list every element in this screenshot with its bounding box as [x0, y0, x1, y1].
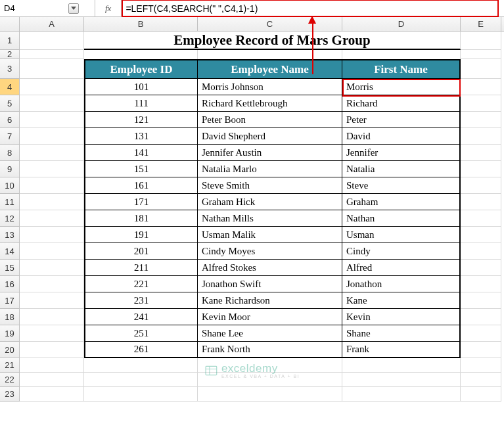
select-all-corner[interactable]	[0, 17, 20, 31]
col-header-B[interactable]: B	[84, 17, 198, 31]
cell-employee-name[interactable]: Cindy Moyes	[198, 243, 342, 260]
cell[interactable]	[20, 342, 84, 358]
cell-first-name[interactable]: Jonathon	[342, 276, 461, 292]
cell-employee-name[interactable]: Peter Boon	[198, 112, 342, 128]
cell-employee-name[interactable]: David Shepherd	[198, 128, 342, 145]
cell[interactable]	[20, 210, 84, 227]
row-header[interactable]: 22	[0, 373, 20, 387]
cell-first-name[interactable]: David	[342, 128, 461, 145]
row-header[interactable]: 14	[0, 243, 20, 260]
row-header[interactable]: 16	[0, 276, 20, 292]
cell[interactable]	[198, 387, 342, 402]
row-header[interactable]: 12	[0, 210, 20, 227]
cell-first-name[interactable]: Usman	[342, 227, 461, 243]
cell-employee-name[interactable]: Natalia Marlo	[198, 161, 342, 177]
cell[interactable]	[20, 227, 84, 243]
cell-employee-name[interactable]: Kane Richardson	[198, 292, 342, 309]
row-header[interactable]: 4	[0, 79, 20, 95]
cell-employee-name[interactable]: Graham Hick	[198, 194, 342, 210]
cell[interactable]	[461, 59, 501, 79]
cell[interactable]	[20, 32, 84, 50]
cell-employee-name[interactable]: Jennifer Austin	[198, 145, 342, 161]
cell-first-name[interactable]: Frank	[342, 342, 461, 358]
title-cell[interactable]: Employee Record of Mars Group	[84, 32, 461, 50]
cell-employee-id[interactable]: 251	[84, 325, 198, 342]
col-header-A[interactable]: A	[20, 17, 84, 31]
cell[interactable]	[461, 50, 501, 59]
cell-employee-id[interactable]: 181	[84, 210, 198, 227]
cell[interactable]	[461, 194, 501, 210]
row-header[interactable]: 11	[0, 194, 20, 210]
row-header[interactable]: 20	[0, 342, 20, 358]
cell-first-name[interactable]: Morris	[342, 79, 461, 95]
cell[interactable]	[461, 177, 501, 194]
cell[interactable]	[20, 112, 84, 128]
row-header[interactable]: 13	[0, 227, 20, 243]
cell-employee-id[interactable]: 201	[84, 243, 198, 260]
cell-employee-id[interactable]: 121	[84, 112, 198, 128]
row-header[interactable]: 15	[0, 260, 20, 276]
cell-first-name[interactable]: Graham	[342, 194, 461, 210]
row-header[interactable]: 3	[0, 59, 20, 79]
cell[interactable]	[84, 387, 198, 402]
cell[interactable]	[461, 161, 501, 177]
cell[interactable]	[461, 79, 501, 95]
cell[interactable]	[20, 50, 84, 59]
cell[interactable]	[342, 50, 461, 59]
fx-button[interactable]: fx	[105, 3, 111, 14]
row-header[interactable]: 2	[0, 50, 20, 59]
cell-first-name[interactable]: Kevin	[342, 309, 461, 325]
cell[interactable]	[20, 292, 84, 309]
row-header[interactable]: 8	[0, 145, 20, 161]
cell[interactable]	[20, 325, 84, 342]
row-header[interactable]: 19	[0, 325, 20, 342]
row-header[interactable]: 1	[0, 32, 20, 50]
cell-employee-id[interactable]: 231	[84, 292, 198, 309]
row-header[interactable]: 18	[0, 309, 20, 325]
cell-first-name[interactable]: Nathan	[342, 210, 461, 227]
cell-employee-id[interactable]: 161	[84, 177, 198, 194]
cell[interactable]	[84, 373, 198, 387]
cell[interactable]	[20, 177, 84, 194]
cell-employee-name[interactable]: Frank North	[198, 342, 342, 358]
cell[interactable]	[20, 243, 84, 260]
formula-input[interactable]	[122, 0, 504, 16]
row-header[interactable]: 21	[0, 358, 20, 373]
header-first-name[interactable]: First Name	[342, 59, 461, 79]
cell[interactable]	[84, 358, 198, 373]
cell[interactable]	[461, 210, 501, 227]
col-header-C[interactable]: C	[198, 17, 342, 31]
cell[interactable]	[20, 194, 84, 210]
cell-employee-id[interactable]: 261	[84, 342, 198, 358]
cell[interactable]	[461, 309, 501, 325]
cell[interactable]	[461, 292, 501, 309]
cell-employee-name[interactable]: Morris Johnson	[198, 79, 342, 95]
cell[interactable]	[20, 95, 84, 112]
row-header[interactable]: 10	[0, 177, 20, 194]
name-box-dropdown[interactable]	[68, 3, 79, 14]
cell[interactable]	[461, 112, 501, 128]
cell-employee-name[interactable]: Richard Kettlebrough	[198, 95, 342, 112]
cell-employee-id[interactable]: 211	[84, 260, 198, 276]
cell-employee-name[interactable]: Nathan Mills	[198, 210, 342, 227]
cell[interactable]	[461, 260, 501, 276]
cell[interactable]	[461, 95, 501, 112]
cell[interactable]	[20, 260, 84, 276]
cell[interactable]	[342, 358, 461, 373]
row-header[interactable]: 23	[0, 387, 20, 402]
cell-first-name[interactable]: Jennifer	[342, 145, 461, 161]
cell[interactable]	[461, 227, 501, 243]
header-employee-id[interactable]: Employee ID	[84, 59, 198, 79]
cell-employee-id[interactable]: 141	[84, 145, 198, 161]
cell-first-name[interactable]: Alfred	[342, 260, 461, 276]
row-header[interactable]: 5	[0, 95, 20, 112]
cell-first-name[interactable]: Shane	[342, 325, 461, 342]
cell[interactable]	[20, 387, 84, 402]
cell[interactable]	[198, 50, 342, 59]
cell[interactable]	[461, 128, 501, 145]
col-header-E[interactable]: E	[461, 17, 501, 31]
cell-employee-id[interactable]: 101	[84, 79, 198, 95]
cell[interactable]	[342, 373, 461, 387]
cell[interactable]	[20, 59, 84, 79]
cell-employee-id[interactable]: 151	[84, 161, 198, 177]
